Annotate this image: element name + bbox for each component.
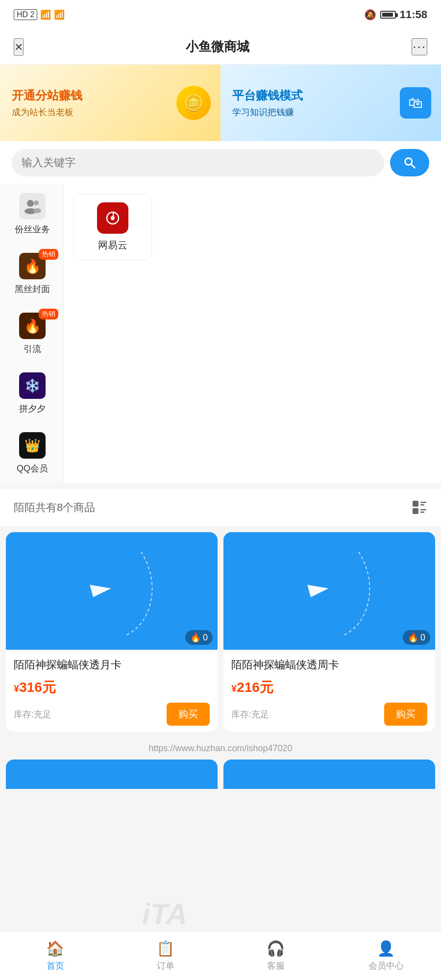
svg-rect-9: [113, 212, 114, 219]
category-icon-pdd: ❄️: [19, 372, 46, 399]
product-info-1: 陌陌神探蝙蝠侠透月卡 ¥316元 库存:充足 购买: [6, 650, 218, 732]
product-placeholder-4[interactable]: [223, 760, 435, 789]
svg-marker-16: [90, 580, 112, 597]
product-placeholder-3[interactable]: [6, 760, 218, 789]
category-item-pdd[interactable]: ❄️ 拼夕夕: [0, 364, 63, 423]
category-sidebar: 份丝业务 🔥 黑丝封面 热销 🔥 引流 热销 ❄️ 拼夕夕: [0, 184, 64, 483]
battery-icon: [380, 11, 396, 19]
banner-coin-icon: 🪙: [176, 86, 211, 120]
product-illustration-2: [261, 537, 398, 645]
fire-count-2: 🔥 0: [403, 630, 430, 645]
svg-marker-18: [82, 587, 92, 596]
stock-text-1: 库存:充足: [14, 709, 51, 720]
svg-rect-14: [420, 509, 426, 511]
search-icon: [403, 156, 416, 170]
search-button[interactable]: [390, 149, 429, 176]
page-title: 小鱼微商城: [186, 38, 249, 55]
buy-button-1[interactable]: 购买: [167, 703, 210, 726]
category-item-fans[interactable]: 份丝业务: [0, 184, 63, 244]
bottom-nav-home[interactable]: 🏠 首页: [0, 931, 110, 980]
category-item-cover[interactable]: 🔥 黑丝封面 热销: [0, 244, 63, 304]
products-header: 陌陌共有8个商品: [0, 489, 441, 526]
hot-badge-cover: 热销: [39, 249, 58, 260]
user-group-icon: [24, 197, 41, 215]
ita-watermark: iTA: [142, 897, 187, 931]
search-area: [0, 141, 441, 184]
svg-line-1: [412, 165, 415, 168]
netease-icon: [97, 202, 128, 234]
bottom-nav-service-label: 客服: [267, 960, 285, 972]
bottom-spacer: [0, 795, 441, 854]
bottom-nav-member[interactable]: 👤 会员中心: [331, 931, 441, 980]
content-area: 份丝业务 🔥 黑丝封面 热销 🔥 引流 热销 ❄️ 拼夕夕: [0, 184, 441, 483]
buy-button-2[interactable]: 购买: [384, 703, 427, 726]
netease-music-logo: [102, 207, 123, 229]
banner-right[interactable]: 平台赚钱模式 学习知识把钱赚 🛍: [220, 65, 441, 141]
bag-symbol: 🛍: [408, 95, 423, 111]
svg-rect-12: [420, 504, 424, 506]
category-label-fans: 份丝业务: [15, 223, 50, 235]
service-icon: 🎧: [267, 940, 285, 957]
more-menu-button[interactable]: ···: [412, 38, 427, 55]
product-card-2[interactable]: 🔥 0 陌陌神探蝙蝠侠透周卡 ¥216元 库存:充足 购买: [223, 532, 435, 732]
svg-rect-15: [420, 512, 424, 513]
right-products-area: 网易云: [64, 184, 441, 483]
fire-count-1: 🔥 0: [185, 630, 213, 645]
product-bottom-2: 库存:充足 购买: [231, 703, 427, 726]
category-item-qq[interactable]: 👑 QQ会员: [0, 423, 63, 483]
product-illustration-1: [43, 537, 180, 645]
svg-rect-10: [413, 501, 418, 507]
layout-toggle-icon[interactable]: [412, 499, 427, 516]
url-bar: https://www.huzhan.com/ishop47020: [0, 737, 441, 760]
grid-list-icon: [412, 499, 427, 514]
close-button[interactable]: ×: [14, 38, 24, 56]
hot-badge-flow: 热销: [39, 309, 58, 319]
banner-left[interactable]: 开通分站赚钱 成为站长当老板 🪙: [0, 65, 220, 141]
product-price-1: ¥316元: [14, 678, 210, 697]
member-icon: 👤: [377, 940, 395, 957]
status-bar: HD 2 📶 📶 🔕 11:58: [0, 0, 441, 29]
signal-icon-1: 📶: [40, 9, 51, 20]
category-label-qq: QQ会员: [17, 463, 48, 474]
time-display: 11:58: [400, 8, 427, 21]
bottom-nav-orders-label: 订单: [157, 960, 174, 972]
home-icon: 🏠: [46, 940, 64, 957]
category-item-flow[interactable]: 🔥 引流 热销: [0, 304, 63, 364]
status-network: HD 2 📶 📶: [14, 9, 65, 20]
products-section: 陌陌共有8个商品: [0, 489, 441, 854]
banner-area: 开通分站赚钱 成为站长当老板 🪙 平台赚钱模式 学习知识把钱赚 🛍: [0, 65, 441, 141]
netease-label: 网易云: [98, 239, 127, 252]
product-card-1[interactable]: 🔥 0 陌陌神探蝙蝠侠透月卡 ¥316元 库存:充足 购买: [6, 532, 218, 732]
svg-point-2: [27, 200, 34, 207]
stock-text-2: 库存:充足: [231, 709, 269, 720]
signal-icon-2: 📶: [54, 9, 65, 20]
product-info-2: 陌陌神探蝙蝠侠透周卡 ¥216元 库存:充足 购买: [223, 650, 435, 732]
products-count-text: 陌陌共有8个商品: [14, 500, 95, 515]
netease-cloud-item[interactable]: 网易云: [74, 194, 152, 260]
bottom-nav-orders[interactable]: 📋 订单: [110, 931, 220, 980]
svg-marker-21: [299, 587, 310, 596]
product-name-1: 陌陌神探蝙蝠侠透月卡: [14, 658, 210, 672]
category-icon-qq: 👑: [19, 432, 46, 459]
category-label-pdd: 拼夕夕: [19, 403, 46, 415]
svg-rect-13: [413, 508, 418, 514]
category-label-cover: 黑丝封面: [15, 283, 50, 295]
hd-badge: HD 2: [14, 9, 37, 20]
bottom-nav-home-label: 首页: [47, 960, 64, 972]
svg-marker-19: [307, 580, 329, 597]
svg-rect-11: [420, 502, 426, 503]
search-input[interactable]: [22, 156, 374, 169]
banner-bag-icon: 🛍: [400, 87, 431, 119]
mute-icon: 🔕: [364, 9, 376, 21]
coin-symbol: 🪙: [184, 94, 203, 112]
product-name-2: 陌陌神探蝙蝠侠透周卡: [231, 658, 427, 672]
product-price-2: ¥216元: [231, 678, 427, 697]
more-products-row: [0, 760, 441, 795]
svg-point-5: [33, 208, 41, 213]
svg-point-4: [34, 200, 39, 205]
bottom-nav-service[interactable]: 🎧 客服: [220, 931, 331, 980]
search-input-wrap: [12, 149, 384, 176]
products-grid: 🔥 0 陌陌神探蝙蝠侠透月卡 ¥316元 库存:充足 购买: [0, 526, 441, 737]
orders-icon: 📋: [156, 940, 174, 957]
category-label-flow: 引流: [24, 343, 41, 355]
